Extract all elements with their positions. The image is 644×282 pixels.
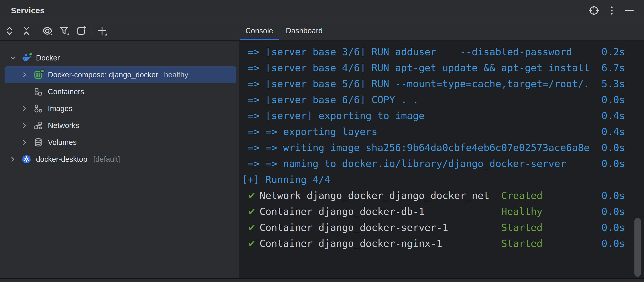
sidebar-toolbar (0, 21, 239, 41)
collapse-all-button[interactable] (20, 24, 33, 37)
console-text: => [server base 4/6] RUN apt-get update … (242, 62, 625, 73)
console-line: ✔ Container django_docker-db-1 Healthy 0… (242, 204, 644, 219)
console-text: => => writing image sha256:9b64da0cbfe4e… (242, 142, 625, 153)
docker-compose-icon (33, 70, 43, 80)
chevron-right-icon[interactable] (20, 137, 30, 148)
console-line: => [server base 6/6] COPY . . 0.0s (242, 92, 644, 108)
console-text: => => naming to docker.io/library/django… (242, 158, 625, 169)
tree-item-networks[interactable]: Networks (4, 117, 236, 134)
check-icon: ✔ (248, 204, 254, 219)
tree-item-status-text: healthy (164, 71, 188, 79)
console-text: 0.0s (602, 206, 625, 217)
console-text: => [server base 6/6] COPY . . 0.0s (242, 94, 625, 105)
view-options-icon (42, 25, 53, 36)
console-output: => [server base 3/6] RUN adduser --disab… (242, 44, 644, 251)
page-title: Services (11, 6, 45, 15)
open-in-new-tab-button[interactable] (75, 24, 88, 37)
tree-item-docker[interactable]: Docker (4, 50, 236, 66)
docker-icon (22, 53, 32, 63)
tool-window-header: Services (0, 0, 644, 21)
services-tree: DockerDocker-compose: django_dockerhealt… (0, 41, 239, 168)
console-text: Healthy (501, 206, 542, 217)
open-in-new-tab-icon (76, 25, 86, 36)
console-line: => => naming to docker.io/library/django… (242, 156, 644, 172)
console-text: Container django_docker-server-1 (254, 222, 501, 233)
services-tool-window: Services (0, 0, 644, 282)
tree-item-label: Images (48, 104, 72, 113)
console-text: => => exporting layers 0.4s (242, 126, 625, 137)
console-text: Container django_docker-nginx-1 (254, 238, 501, 249)
console-text: Network django_docker_django_docker_net (254, 190, 501, 201)
console-text: 0.0s (602, 238, 625, 249)
tree-item-label: Volumes (48, 138, 77, 147)
console-text (242, 206, 248, 217)
console-text: => [server base 3/6] RUN adduser --disab… (242, 46, 625, 58)
tree-item-status-text: [default] (93, 155, 120, 164)
chevron-right-icon[interactable] (20, 120, 30, 130)
console-text: Started (501, 238, 542, 249)
console-scrollbar-thumb[interactable] (634, 218, 641, 277)
tree-item-label: Containers (48, 87, 84, 96)
console-line: ✔ Network django_docker_django_docker_ne… (242, 188, 644, 204)
check-icon: ✔ (248, 188, 254, 204)
target-button[interactable] (588, 5, 599, 16)
chevron-right-icon[interactable] (8, 154, 18, 164)
console-panel[interactable]: => [server base 3/6] RUN adduser --disab… (239, 41, 644, 278)
tree-item-images[interactable]: Images (4, 100, 236, 117)
console-text (242, 190, 248, 201)
console-line: => => exporting layers 0.4s (242, 124, 644, 140)
console-text (542, 190, 602, 201)
console-line: => [server base 4/6] RUN apt-get update … (242, 60, 644, 76)
window-bottom-edge (0, 278, 644, 282)
tree-item-docker-desktop[interactable]: docker-desktop[default] (4, 151, 236, 168)
add-service-icon (96, 25, 108, 36)
minimize-button[interactable] (624, 5, 635, 16)
expand-all-icon (4, 25, 15, 36)
tree-item-label: Docker (36, 54, 60, 62)
console-line: ✔ Container django_docker-server-1 Start… (242, 219, 644, 235)
header-actions (588, 0, 635, 21)
tab-label: Console (246, 27, 273, 35)
console-line: => [server base 3/6] RUN adduser --disab… (242, 44, 644, 60)
console-text: Container django_docker-db-1 (254, 206, 501, 217)
tree-item-label: Networks (48, 121, 79, 130)
filter-icon (59, 25, 70, 36)
console-line: => [server base 5/6] RUN --mount=type=ca… (242, 76, 644, 92)
toolbar-separator (37, 26, 37, 36)
chevron-right-icon[interactable] (20, 70, 30, 80)
more-options-button[interactable] (606, 5, 617, 16)
console-text: => [server base 5/6] RUN --mount=type=ca… (242, 78, 625, 89)
console-text (542, 238, 602, 249)
tab-label: Dashboard (286, 27, 322, 35)
check-icon: ✔ (248, 235, 254, 251)
active-tab-indicator (240, 39, 279, 40)
tab-dashboard[interactable]: Dashboard (280, 21, 329, 40)
target-icon (589, 5, 599, 16)
add-service-button[interactable] (96, 24, 108, 37)
console-line: ✔ Container django_docker-nginx-1 Starte… (242, 235, 644, 251)
tree-item-containers[interactable]: Containers (4, 83, 236, 100)
tree-item-volumes[interactable]: Volumes (4, 134, 236, 151)
kubernetes-icon (22, 154, 32, 164)
filter-button[interactable] (58, 24, 70, 37)
volumes-icon (33, 137, 43, 148)
services-sidebar: DockerDocker-compose: django_dockerhealt… (0, 21, 239, 278)
console-line: => [server] exporting to image 0.4s (242, 108, 644, 124)
console-text (242, 222, 248, 233)
check-icon: ✔ (248, 219, 254, 235)
tab-console[interactable]: Console (239, 21, 280, 40)
containers-icon (33, 87, 43, 97)
chevron-down-icon[interactable] (8, 53, 18, 63)
collapse-all-icon (21, 25, 32, 36)
console-text: Started (501, 222, 542, 233)
tree-item-label: docker-desktop (36, 155, 88, 164)
chevron-right-icon[interactable] (20, 104, 30, 114)
tree-item-label: Docker-compose: django_docker (48, 71, 158, 79)
tree-item-docker-compose[interactable]: Docker-compose: django_dockerhealthy (4, 66, 236, 83)
toolbar-separator (92, 26, 92, 36)
console-text: [+] Running 4/4 (242, 174, 330, 185)
expand-all-button[interactable] (3, 24, 16, 37)
view-options-button[interactable] (41, 24, 54, 37)
chevron-spacer (20, 87, 30, 97)
console-line: => => writing image sha256:9b64da0cbfe4e… (242, 140, 644, 156)
